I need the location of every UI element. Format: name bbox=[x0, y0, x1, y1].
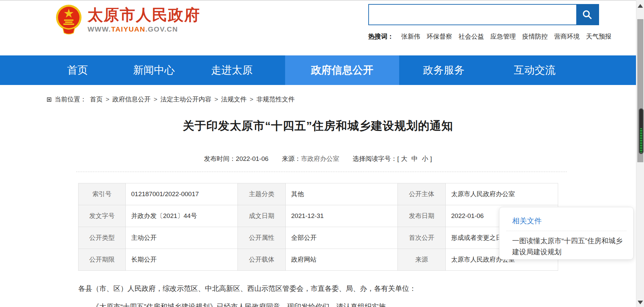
search-box bbox=[368, 4, 599, 25]
site-url-prefix: WWW. bbox=[88, 25, 111, 33]
breadcrumb-separator: > bbox=[106, 96, 109, 103]
document-title: 关于印发太原市“十四五”住房和城乡建设规划的通知 bbox=[78, 118, 558, 134]
page-top-border bbox=[0, 0, 644, 1]
breadcrumb-gov-info[interactable]: 政府信息公开 bbox=[112, 95, 151, 104]
nav-item-about[interactable]: 走进太原 bbox=[211, 55, 253, 85]
vertical-scrollbar[interactable] bbox=[636, 0, 644, 307]
meta-value: 长期公开 bbox=[126, 249, 238, 271]
related-files-panel: 相关文件 一图读懂太原市“十四五”住房和城乡建设局建设规划 bbox=[499, 207, 634, 260]
breadcrumb: 当前位置： 首页 > 政府信息公开 > 法定主动公开内容 > 法规文件 > 非规… bbox=[47, 95, 294, 104]
scroll-down-arrow-icon[interactable] bbox=[638, 301, 643, 304]
meta-value: 太原市人民政府办公室 bbox=[446, 183, 558, 205]
hot-keyword-link[interactable]: 应急管理 bbox=[490, 32, 516, 41]
source: 来源：市政府办公室 bbox=[282, 155, 339, 163]
meta-value: 012187001/2022-00017 bbox=[126, 183, 238, 205]
meta-label: 公开属性 bbox=[238, 227, 286, 249]
breadcrumb-separator: > bbox=[214, 96, 218, 103]
table-row: 索引号 012187001/2022-00017 主题分类 其他 公开主体 太原… bbox=[78, 183, 558, 205]
nav-item-news[interactable]: 新闻中心 bbox=[133, 55, 175, 85]
font-size-medium[interactable]: 中 bbox=[412, 155, 418, 162]
main-nav: 首页 新闻中心 走进太原 政府信息公开 政务服务 互动交流 bbox=[0, 55, 644, 85]
nav-item-services[interactable]: 政务服务 bbox=[423, 55, 465, 85]
source-value: 市政府办公室 bbox=[301, 155, 339, 162]
page: 太原市人民政府 WWW.TAIYUAN.GOV.CN 热搜词： 张新伟 环保督察… bbox=[0, 0, 644, 307]
meta-value: 并政办发〔2021〕44号 bbox=[126, 205, 238, 227]
related-files-title: 相关文件 bbox=[512, 216, 633, 226]
breadcrumb-label: 当前位置： bbox=[55, 95, 87, 104]
meta-label: 发布日期 bbox=[398, 205, 446, 227]
hot-keyword-link[interactable]: 张新伟 bbox=[401, 32, 420, 41]
nav-item-gov-info-active[interactable]: 政府信息公开 bbox=[285, 55, 399, 85]
location-icon bbox=[47, 97, 51, 102]
meta-label: 主题分类 bbox=[238, 183, 286, 205]
publish-time: 发布时间：2022-01-06 bbox=[204, 155, 268, 163]
meta-value: 全部公开 bbox=[286, 227, 398, 249]
bracket-left: [ bbox=[397, 155, 399, 162]
metadata-table: 索引号 012187001/2022-00017 主题分类 其他 公开主体 太原… bbox=[78, 183, 558, 271]
table-row: 公开期限 长期公开 公开载体 政府网站 来源 太原市人民政府办公室 bbox=[78, 249, 558, 271]
breadcrumb-statutory[interactable]: 法定主动公开内容 bbox=[160, 95, 211, 104]
related-file-link[interactable]: 一图读懂太原市“十四五”住房和城乡建设局建设规划 bbox=[512, 235, 624, 257]
meta-label: 公开类型 bbox=[78, 227, 126, 249]
meta-label: 来源 bbox=[398, 249, 446, 271]
related-files-divider bbox=[506, 231, 627, 231]
hot-keyword-link[interactable]: 天气预报 bbox=[586, 32, 611, 41]
font-size-label: 选择阅读字号： bbox=[353, 155, 397, 162]
scrollbar-thumb[interactable] bbox=[637, 19, 643, 162]
breadcrumb-home[interactable]: 首页 bbox=[90, 95, 103, 104]
hot-search-row: 热搜词： 张新伟 环保督察 社会公益 应急管理 疫情防控 营商环境 天气预报 bbox=[368, 32, 618, 41]
document-body-line1: 各县（市、区）人民政府，综改示范区、中北高新区、西山示范区管委会，市直各委、局、… bbox=[78, 284, 558, 293]
publish-time-label: 发布时间： bbox=[204, 155, 236, 162]
font-size-selector: 选择阅读字号：[大中小] bbox=[353, 155, 432, 163]
search-icon bbox=[582, 9, 593, 20]
search-button[interactable] bbox=[576, 5, 598, 25]
nav-item-interact[interactable]: 互动交流 bbox=[514, 55, 555, 85]
table-row: 公开类型 主动公开 公开属性 全部公开 首次公开 形成或者变更之日 bbox=[78, 227, 558, 249]
document-body-line2: 《太原市“十四五”住房和城乡建设规划》已经市人民政府同意，现印发给你们，请认真组… bbox=[78, 302, 558, 307]
breadcrumb-non-normative[interactable]: 非规范性文件 bbox=[256, 95, 294, 104]
meta-label: 公开载体 bbox=[238, 249, 286, 271]
site-name: 太原市人民政府 bbox=[88, 6, 200, 24]
hot-keyword-link[interactable]: 疫情防控 bbox=[522, 32, 548, 41]
meta-label: 公开主体 bbox=[398, 183, 446, 205]
breadcrumb-separator: > bbox=[250, 96, 253, 103]
site-url-main: TAIYUAN bbox=[111, 25, 145, 33]
dashed-divider bbox=[76, 172, 567, 172]
hot-keyword-link[interactable]: 营商环境 bbox=[554, 32, 580, 41]
hot-search-label: 热搜词： bbox=[368, 32, 394, 41]
site-url-suffix: .GOV.CN bbox=[145, 25, 178, 33]
hot-keyword-link[interactable]: 社会公益 bbox=[459, 32, 484, 41]
capsule-green-stripes bbox=[640, 128, 642, 152]
meta-label: 首次公开 bbox=[398, 227, 446, 249]
scroll-indicator-capsule bbox=[639, 108, 644, 154]
meta-value: 主动公开 bbox=[126, 227, 238, 249]
breadcrumb-regulations[interactable]: 法规文件 bbox=[221, 95, 247, 104]
meta-value: 其他 bbox=[286, 183, 398, 205]
logo-text: 太原市人民政府 WWW.TAIYUAN.GOV.CN bbox=[88, 6, 200, 33]
table-row: 发文字号 并政办发〔2021〕44号 成文日期 2021-12-31 发布日期 … bbox=[78, 205, 558, 227]
site-url: WWW.TAIYUAN.GOV.CN bbox=[88, 25, 200, 33]
site-logo[interactable]: 太原市人民政府 WWW.TAIYUAN.GOV.CN bbox=[55, 3, 200, 35]
meta-value: 2021-12-31 bbox=[286, 205, 398, 227]
search-input[interactable] bbox=[369, 5, 576, 25]
hot-keyword-link[interactable]: 环保督察 bbox=[427, 32, 452, 41]
meta-label: 索引号 bbox=[78, 183, 126, 205]
breadcrumb-separator: > bbox=[154, 96, 157, 103]
publish-info-bar: 发布时间：2022-01-06 来源：市政府办公室 选择阅读字号：[大中小] bbox=[78, 155, 558, 163]
meta-label: 发文字号 bbox=[78, 205, 126, 227]
scroll-up-arrow-icon[interactable] bbox=[638, 4, 643, 8]
font-size-large[interactable]: 大 bbox=[401, 155, 408, 162]
publish-time-value: 2022-01-06 bbox=[236, 155, 268, 162]
meta-label: 成文日期 bbox=[238, 205, 286, 227]
source-label: 来源： bbox=[282, 155, 301, 162]
font-size-small[interactable]: 小 bbox=[422, 155, 428, 162]
nav-item-home[interactable]: 首页 bbox=[67, 55, 88, 85]
bracket-right: ] bbox=[430, 155, 432, 162]
meta-value: 政府网站 bbox=[286, 249, 398, 271]
national-emblem-icon bbox=[55, 3, 82, 35]
meta-label: 公开期限 bbox=[78, 249, 126, 271]
